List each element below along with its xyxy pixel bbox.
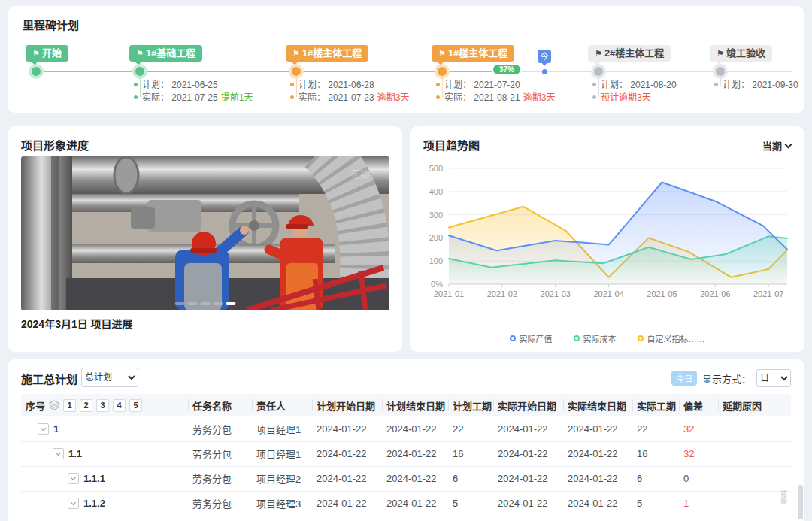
- row-seq: 1.1: [68, 448, 82, 459]
- trend-title: 项目趋势图: [423, 137, 480, 153]
- cell-task: 劳务分包: [188, 491, 252, 516]
- schedule-table: 序号 1 2 3 4 5 任务: [21, 394, 791, 516]
- milestone-dates: 计划： 2021-08-20 预计逾期3天: [592, 79, 677, 105]
- flag-icon: ⚑: [292, 49, 300, 58]
- flag-icon: ⚑: [136, 49, 144, 58]
- dashboard-page: 里程碑计划 ⚑开始 ⚑1#基础工程 ⚑1#楼主体工程 ⚑1#楼主体工程 ⚑2#楼…: [0, 0, 812, 521]
- actual-bullet: [592, 95, 596, 99]
- legend-item-cost[interactable]: 实际成本: [574, 332, 617, 344]
- milestone-dot: [135, 67, 144, 76]
- svg-text:0%: 0%: [431, 280, 443, 289]
- cell-plan-end: 2024-01-22: [382, 466, 448, 491]
- milestone-dates: 计划： 2021-06-28 实际： 2021-07-23逾期3天: [290, 79, 409, 105]
- period-dropdown-value: 当期: [762, 138, 782, 153]
- svg-text:2021-04: 2021-04: [593, 289, 623, 298]
- column-actual-end: 实际结束日期: [563, 394, 632, 416]
- milestone-dates: 计划： 2021-09-30: [714, 79, 798, 92]
- vertical-scrollbar[interactable]: [798, 485, 803, 519]
- row-expander[interactable]: [38, 423, 49, 435]
- row-expander[interactable]: [53, 448, 64, 459]
- row-seq: 1.1.1: [83, 473, 105, 484]
- plan-bullet: [290, 83, 294, 86]
- today-chip-button[interactable]: 今日: [671, 371, 697, 386]
- actual-bullet: [290, 95, 294, 99]
- carousel-dash[interactable]: [188, 302, 198, 305]
- carousel-dash[interactable]: [175, 302, 185, 305]
- levels-icon: [49, 400, 59, 410]
- cell-plan-start: 2024-01-22: [312, 441, 382, 466]
- cell-plan-start: 2024-01-22: [312, 466, 382, 491]
- cell-owner: 项目经理2: [252, 466, 312, 491]
- svg-text:2021-05: 2021-05: [647, 289, 677, 298]
- level-button-2[interactable]: 2: [80, 399, 92, 412]
- carousel-dash-active[interactable]: [226, 302, 236, 305]
- column-plan-days: 计划工期: [448, 394, 493, 416]
- svg-text:2021-01: 2021-01: [434, 289, 464, 298]
- milestone-label: 1#基础工程: [146, 47, 195, 59]
- flag-icon: ⚑: [438, 49, 446, 58]
- today-marker-badge: 今: [538, 50, 551, 63]
- cell-owner: 项目经理1: [252, 416, 312, 441]
- milestone-dot: [594, 67, 603, 76]
- table-row: 1.1.2 劳务分包 项目经理3 2024-01-22 2024-01-22 5…: [21, 491, 791, 516]
- plan-type-select[interactable]: 总计划: [81, 368, 138, 387]
- svg-text:400: 400: [429, 187, 443, 196]
- svg-text:2021-06: 2021-06: [700, 289, 730, 298]
- cell-actual-end: 2024-01-22: [563, 416, 632, 441]
- schedule-tag: 逾期3天: [523, 92, 556, 103]
- progress-photo-image: 花瓣: [21, 156, 389, 310]
- legend-item-custom[interactable]: 自定义指标……: [638, 332, 705, 344]
- milestone-label: 1#楼主体工程: [302, 47, 362, 59]
- trend-chart: 5004003002001000%2021-012021-022021-0320…: [417, 159, 797, 307]
- cell-actual-days: 16: [632, 441, 679, 466]
- carousel-dash[interactable]: [201, 302, 211, 305]
- level-button-1[interactable]: 1: [63, 399, 76, 412]
- table-header-row: 序号 1 2 3 4 5 任务: [21, 394, 791, 416]
- display-mode-select[interactable]: 日: [756, 369, 791, 387]
- cell-owner: 项目经理1: [252, 441, 312, 466]
- carousel-dash[interactable]: [214, 302, 223, 305]
- column-actual-start: 实际开始日期: [493, 394, 563, 416]
- milestone-flag: ⚑开始: [26, 45, 68, 62]
- cell-plan-start: 2024-01-22: [312, 416, 382, 441]
- actual-date: 实际： 2021-07-25: [142, 92, 218, 103]
- period-dropdown[interactable]: 当期: [762, 138, 791, 153]
- plan-date: 计划： 2021-09-30: [723, 80, 798, 90]
- plan-bullet: [134, 83, 138, 86]
- table-title: 施工总计划: [21, 371, 77, 386]
- timeline-progress: [36, 71, 492, 72]
- level-button-3[interactable]: 3: [96, 399, 109, 412]
- level-button-5[interactable]: 5: [129, 399, 142, 412]
- chevron-down-icon: [41, 426, 46, 431]
- milestone-label: 1#楼主体工程: [448, 47, 508, 59]
- column-delay-reason: 延期原因: [718, 394, 791, 416]
- column-actual-days: 实际工期: [632, 394, 679, 416]
- svg-text:300: 300: [429, 211, 443, 220]
- cell-delay-reason: [718, 466, 791, 491]
- actual-bullet: [134, 95, 138, 99]
- svg-text:500: 500: [429, 164, 443, 173]
- chevron-down-icon: [785, 141, 792, 148]
- milestone-flag: ⚑1#基础工程: [129, 45, 202, 62]
- milestone-flag: ⚑1#楼主体工程: [286, 45, 368, 62]
- cell-actual-days: 5: [632, 491, 679, 516]
- progress-photo[interactable]: 花瓣: [21, 156, 389, 310]
- milestone-label: 2#楼主体工程: [604, 47, 664, 59]
- milestone-dot: [292, 67, 301, 76]
- row-expander[interactable]: [68, 498, 79, 509]
- row-expander[interactable]: [68, 473, 79, 484]
- column-plan-start: 计划开始日期: [312, 394, 382, 416]
- svg-text:2021-03: 2021-03: [541, 289, 571, 298]
- legend-label: 实际产值: [520, 332, 553, 344]
- legend-ring-icon: [638, 335, 644, 341]
- schedule-tag: 逾期3天: [377, 92, 410, 103]
- plan-bullet: [714, 83, 718, 86]
- cell-actual-start: 2024-01-22: [493, 441, 563, 466]
- cell-plan-end: 2024-01-22: [382, 441, 448, 466]
- legend-item-output[interactable]: 实际产值: [510, 332, 553, 344]
- level-button-4[interactable]: 4: [113, 399, 126, 412]
- photo-caption: 2024年3月1日 项目进展: [21, 316, 133, 331]
- table-row: 1.1 劳务分包 项目经理1 2024-01-22 2024-01-22 16 …: [21, 441, 791, 466]
- cell-plan-start: 2024-01-22: [312, 491, 382, 516]
- cell-actual-days: 6: [632, 466, 679, 491]
